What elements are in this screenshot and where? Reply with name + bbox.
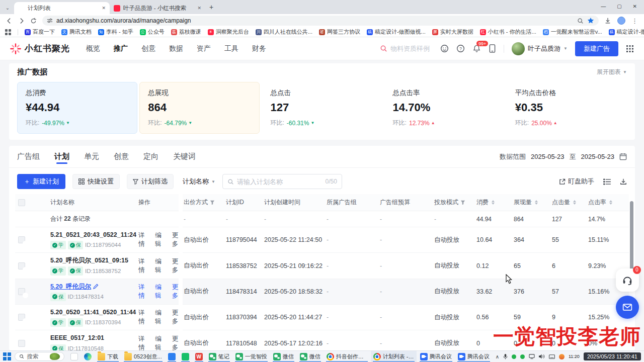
date-end[interactable]: 2025-05-23 [581,153,615,160]
column-settings-icon[interactable] [603,178,611,185]
date-start[interactable]: 2025-05-23 [531,153,565,160]
message-button[interactable] [616,296,639,319]
bookmark-item[interactable]: ✳ 洞察聚光后台 [208,28,249,36]
plan-search-input[interactable] [237,178,323,186]
plan-name-link[interactable]: 5.20_呼伦贝尔 [50,282,91,291]
bookmark-item[interactable]: 知 李科 - 知乎 [98,28,133,36]
volume-icon[interactable] [539,354,545,359]
col-created[interactable]: 计划创建时间 [264,198,327,207]
forward-icon[interactable] [18,18,25,24]
taskbar-app[interactable]: 计划列表 - ... [371,351,417,362]
detail-link[interactable]: 详情 [138,335,150,350]
calendar-icon[interactable] [619,153,627,160]
edit-link[interactable]: 编辑 [155,257,167,275]
download-icon[interactable] [620,178,627,185]
detail-link[interactable]: 详情 [138,283,150,300]
zoom-icon[interactable] [577,18,584,24]
plan-name-link[interactable]: 5.20_呼伦贝尔_0521_09:15 [50,256,128,265]
stat-card[interactable]: 总消费 ¥44.94 环比: -49.97% ▼ [17,82,137,134]
nav-item[interactable]: 概览 [86,44,100,53]
tab-search-button[interactable]: ⌄ [3,3,12,12]
col-clicks[interactable]: 点击量 [552,198,588,207]
select-all-checkbox[interactable] [18,199,25,206]
filter-icon[interactable] [210,200,215,205]
download-icon[interactable] [604,17,611,24]
taskbar-app[interactable]: 笔记 [206,351,232,362]
detail-link[interactable]: 详情 [138,309,150,326]
nav-item[interactable]: 创意 [141,44,155,53]
edit-pencil-icon[interactable] [93,284,99,289]
browser-tab[interactable]: 计划列表 ✕ [14,2,110,14]
apps-launcher-icon[interactable] [626,45,634,53]
juguang-logo[interactable]: 小红书聚光 [10,43,70,54]
stat-card[interactable]: 总点击率 14.70% 环比: 12.73% ▲ [384,82,505,134]
tray-app-icon[interactable] [559,354,565,359]
url-text[interactable]: ad.xiaohongshu.com/aurora/ad/manage/camp… [56,17,574,24]
back-icon[interactable] [6,18,13,24]
taskbar-app[interactable]: 微信 [297,351,323,362]
manage-tab[interactable]: 广告组 [17,146,40,167]
sort-icon[interactable] [573,200,576,205]
feedback-smiley-icon[interactable] [440,44,449,53]
bookmark-item[interactable]: 稿 稿定设计-做图做视... [367,28,426,36]
wechat-tray-icon[interactable] [520,354,525,359]
new-ad-button[interactable]: 新建广告 [575,41,618,56]
help-icon[interactable]: ? [456,44,465,53]
tab-close-icon[interactable]: ✕ [197,6,201,11]
edit-link[interactable]: 编辑 [155,231,167,248]
taskbar-app[interactable]: 抖音创作者... [324,351,370,362]
maximize-button[interactable]: ▢ [617,4,621,9]
sort-icon[interactable] [609,200,612,205]
wechat-tray-icon[interactable] [512,354,516,359]
plan-name-link[interactable]: 5.21_0521_20:43_0522_11:24 [50,230,136,239]
edit-link[interactable]: 编辑 [155,335,167,350]
edit-link[interactable]: 编辑 [155,309,167,326]
plan-name-link[interactable]: 5.20_0520_11:41_0520_11:44 [50,308,136,317]
edit-link[interactable]: 编辑 [155,283,167,300]
stat-card[interactable]: 平均点击价格 ¥0.35 环比: 25.00% ▲ [507,82,627,134]
bookmark-item[interactable]: 稿 稿定设计-微图做视... [609,28,644,36]
monitor-assistant-button[interactable]: 盯盘助手 [559,177,594,186]
taskbar-app[interactable] [82,351,94,362]
bookmark-star-icon[interactable] [587,17,594,24]
plan-filter-button[interactable]: 计划筛选 [127,174,174,189]
taskbar-app[interactable] [68,351,80,362]
bookmark-item[interactable]: 川 四川人社在线公共... [256,28,312,36]
nav-item[interactable]: 工具 [224,44,238,53]
search-field-select[interactable]: 计划名称 ▼ [183,177,215,186]
bookmark-item[interactable]: 屏 实时大屏数据 [432,28,473,36]
nav-item[interactable]: 数据 [169,44,183,53]
bookmark-item[interactable]: 档 一觉醒来智慧运营v... [543,28,602,36]
start-button[interactable] [3,352,11,360]
col-ad-group[interactable]: 所属广告组 [327,198,380,207]
detail-link[interactable]: 详情 [138,257,150,275]
microphone-icon[interactable] [503,354,508,359]
reload-icon[interactable] [30,18,37,24]
tray-expand-icon[interactable]: ∧ [496,354,499,359]
nav-item[interactable]: 财务 [252,44,266,53]
stat-card[interactable]: 总点击 127 环比: -60.31% ▼ [262,82,382,134]
taskbar-app[interactable]: W [193,351,205,362]
taskbar-search[interactable]: 搜索 [15,352,65,361]
bookmark-item[interactable]: 红 小红书 - 你的生活... [480,28,536,36]
taskbar-app[interactable]: 下载 [95,351,121,362]
manage-tab[interactable]: 单元 [84,146,99,167]
nav-item[interactable]: 推广 [114,44,128,53]
sort-icon[interactable] [492,200,495,205]
col-plan-id[interactable]: 计划ID [226,198,264,207]
col-ctr[interactable]: 点击率 [588,198,629,207]
apps-grid-icon[interactable] [5,29,11,35]
row-checkbox[interactable] [18,340,25,347]
taskbar-app[interactable]: 微信 [271,351,296,362]
sort-icon[interactable] [535,200,538,205]
taskbar-app[interactable] [166,351,178,362]
expand-chart-button[interactable]: 展开图表 ▼ [597,68,627,76]
browser-tab[interactable]: 叶子品质游 - 小红书搜索 ✕ [110,2,205,14]
bookmark-item[interactable]: 百 百度一下 [25,28,55,36]
customer-service-widget[interactable]: 0 [616,268,639,292]
taskbar-app[interactable] [179,351,192,362]
header-search[interactable]: 物料资质样例 [380,44,430,53]
stat-card[interactable]: 总展现 864 环比: -64.79% ▼ [139,82,260,134]
plan-name-link[interactable]: EEEE_0517_12:01 [50,333,104,342]
filter-icon[interactable] [460,200,465,205]
